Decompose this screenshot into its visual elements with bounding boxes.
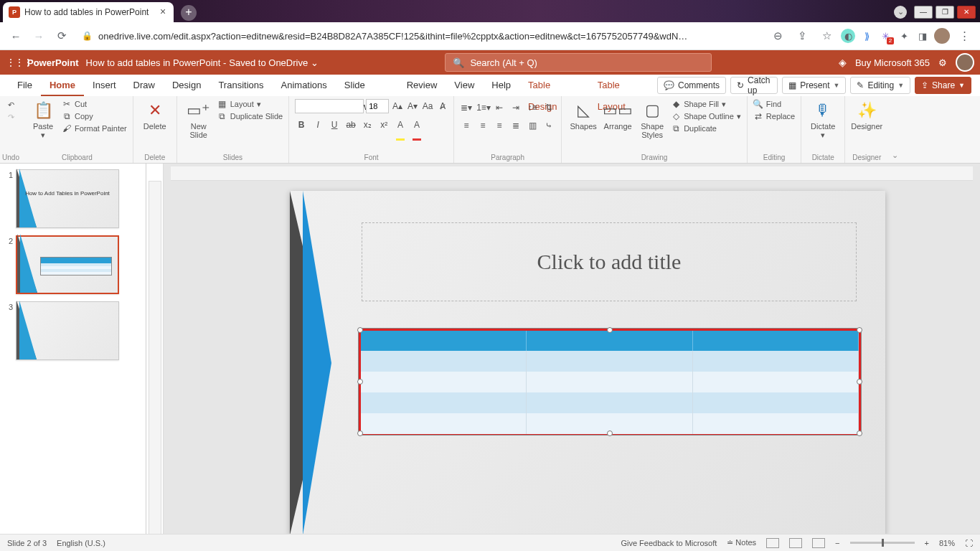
font-size-select[interactable] <box>366 99 389 113</box>
table-row[interactable] <box>361 372 859 392</box>
strike-button[interactable]: ab <box>344 118 357 131</box>
save-location[interactable]: Saved to OneDrive ⌄ <box>229 57 318 68</box>
zoom-slider[interactable] <box>850 542 915 544</box>
tab-view[interactable]: View <box>446 75 483 96</box>
bullets-icon[interactable]: ≣▾ <box>460 101 473 114</box>
share-page-icon[interactable]: ⇪ <box>792 26 812 46</box>
tab-home[interactable]: Home <box>41 75 84 96</box>
slide-counter[interactable]: Slide 2 of 3 <box>7 539 47 547</box>
present-button[interactable]: ▦ Present ▼ <box>782 77 846 94</box>
format-painter-button[interactable]: 🖌Format Painter <box>62 123 127 133</box>
tab-insert[interactable]: Insert <box>84 75 125 96</box>
extension-1-icon[interactable]: ◐ <box>841 29 855 43</box>
decrease-font-icon[interactable]: A▾ <box>406 100 419 113</box>
sorter-view-icon[interactable] <box>789 538 802 548</box>
smartart-icon[interactable]: ⤷ <box>542 119 555 132</box>
user-avatar[interactable] <box>956 53 974 72</box>
normal-view-icon[interactable] <box>766 538 779 548</box>
align-center-icon[interactable]: ≡ <box>476 119 489 132</box>
slide-thumbnails-panel[interactable]: 1 How to Add Tables in PowerPoint 2 3 <box>0 164 146 547</box>
slide[interactable]: Click to add title <box>290 191 885 535</box>
buy-microsoft-link[interactable]: Buy Microsoft 365 <box>855 57 930 68</box>
shapes-button[interactable]: ◺Shapes <box>567 99 599 131</box>
align-left-icon[interactable]: ≡ <box>460 119 473 132</box>
chrome-menu-icon[interactable]: ⋮ <box>954 26 974 46</box>
replace-button[interactable]: ⇄Replace <box>753 111 795 121</box>
designer-button[interactable]: ✨Designer <box>851 99 882 131</box>
bold-button[interactable]: B <box>295 118 308 131</box>
table-row[interactable] <box>361 392 859 413</box>
slide-thumbnail-3[interactable] <box>16 301 119 360</box>
columns-icon[interactable]: ▥ <box>526 119 539 132</box>
justify-icon[interactable]: ≣ <box>509 119 522 132</box>
window-close-button[interactable]: ✕ <box>957 6 976 19</box>
tab-slideshow[interactable]: Slide Show <box>336 75 398 96</box>
title-placeholder[interactable]: Click to add title <box>362 222 857 301</box>
selected-table[interactable] <box>359 329 861 435</box>
feedback-link[interactable]: Give Feedback to Microsoft <box>621 539 717 547</box>
redo-icon[interactable]: ↷ <box>8 113 14 122</box>
zoom-out-button[interactable]: − <box>835 539 839 547</box>
italic-button[interactable]: I <box>311 118 324 131</box>
extension-3-icon[interactable]: ✳ <box>878 29 892 43</box>
window-minimize-button[interactable]: — <box>914 6 933 19</box>
bookmark-star-icon[interactable]: ☆ <box>816 26 837 46</box>
side-panel-icon[interactable]: ◨ <box>915 29 930 43</box>
outdent-icon[interactable]: ⇤ <box>493 101 506 114</box>
resize-handle[interactable] <box>357 379 363 385</box>
align-right-icon[interactable]: ≡ <box>493 119 506 132</box>
reload-button[interactable]: ⟳ <box>52 26 72 46</box>
tab-design[interactable]: Design <box>164 75 209 96</box>
layout-button[interactable]: ▦Layout ▾ <box>217 99 283 109</box>
paste-button[interactable]: 📋 Paste▾ <box>27 99 59 139</box>
language-status[interactable]: English (U.S.) <box>57 539 105 547</box>
chrome-account-chevron[interactable]: ⌄ <box>894 6 907 19</box>
change-case-icon[interactable]: Aa <box>421 100 434 113</box>
clear-format-icon[interactable]: A̷ <box>436 100 449 113</box>
window-maximize-button[interactable]: ❐ <box>936 6 954 19</box>
zoom-in-button[interactable]: + <box>925 539 929 547</box>
delete-button[interactable]: ✕ Delete <box>139 99 171 131</box>
table-row[interactable] <box>361 351 859 372</box>
resize-handle[interactable] <box>607 430 613 436</box>
settings-gear-icon[interactable]: ⚙ <box>938 57 947 68</box>
superscript-button[interactable]: x² <box>377 118 390 131</box>
slide-thumbnail-2[interactable] <box>16 235 119 294</box>
tab-table-design[interactable]: Table Design <box>519 75 589 96</box>
reading-view-icon[interactable] <box>812 538 825 548</box>
zoom-icon[interactable]: ⊖ <box>768 26 788 46</box>
new-tab-button[interactable]: + <box>181 5 197 21</box>
font-family-select[interactable] <box>295 99 364 113</box>
undo-icon[interactable]: ↶ <box>8 100 14 110</box>
resize-handle[interactable] <box>857 430 862 436</box>
numbering-icon[interactable]: 1≡▾ <box>476 101 489 114</box>
zoom-level[interactable]: 81% <box>939 539 955 547</box>
tab-file[interactable]: File <box>9 75 41 96</box>
extension-2-icon[interactable]: ⟫ <box>859 29 874 43</box>
underline-button[interactable]: U <box>328 118 341 131</box>
resize-handle[interactable] <box>607 327 613 333</box>
browser-tab[interactable]: P How to add tables in PowerPoint × <box>3 2 174 22</box>
resize-handle[interactable] <box>357 327 363 333</box>
slide-thumbnail-1[interactable]: How to Add Tables in PowerPoint <box>16 169 119 228</box>
tab-animations[interactable]: Animations <box>273 75 336 96</box>
close-tab-icon[interactable]: × <box>158 7 168 17</box>
resize-handle[interactable] <box>857 379 862 385</box>
indent-icon[interactable]: ⇥ <box>509 101 522 114</box>
table-header-row[interactable] <box>361 331 859 351</box>
subscript-button[interactable]: x₂ <box>361 118 374 131</box>
fit-to-window-icon[interactable]: ⛶ <box>965 539 973 547</box>
resize-handle[interactable] <box>357 430 363 436</box>
increase-font-icon[interactable]: A▴ <box>391 100 404 113</box>
ribbon-collapse-icon[interactable]: ⌄ <box>888 96 901 163</box>
extensions-puzzle-icon[interactable]: ✦ <box>897 29 911 43</box>
slide-canvas-area[interactable]: Click to add title <box>164 164 980 547</box>
tab-transitions[interactable]: Transitions <box>209 75 272 96</box>
arrange-button[interactable]: ▭▭Arrange <box>602 99 633 131</box>
font-color-button[interactable]: A <box>410 118 423 131</box>
cut-button[interactable]: ✂Cut <box>62 99 127 109</box>
shape-styles-button[interactable]: ▢Shape Styles <box>636 99 668 139</box>
resize-handle[interactable] <box>857 327 862 333</box>
share-button[interactable]: ⇪ Share ▼ <box>915 77 971 94</box>
catch-up-button[interactable]: ↻ Catch up <box>730 77 778 94</box>
